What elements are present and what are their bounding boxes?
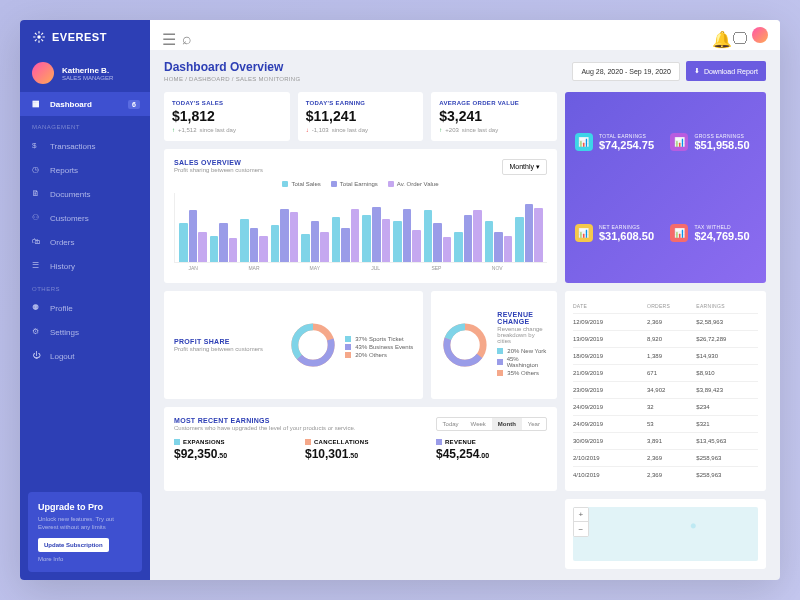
nav-badge: 6 <box>128 100 140 109</box>
table-row[interactable]: 2/10/20192,369$258,963 <box>573 449 758 466</box>
download-icon: ⬇ <box>694 67 700 75</box>
svg-line-7 <box>35 39 37 41</box>
table-row[interactable]: 12/09/20192,369$2,58,963 <box>573 313 758 330</box>
clock-icon: ◷ <box>32 165 42 175</box>
list-icon: ☰ <box>32 261 42 271</box>
revenue-change-card: REVENUE CHANGE Revenue change breakdown … <box>431 291 557 399</box>
bars-icon: 📊 <box>670 224 688 242</box>
date-range-picker[interactable]: Aug 28, 2020 - Sep 19, 2020 <box>572 62 680 81</box>
arrow-down-icon: ↓ <box>306 127 309 133</box>
user-block[interactable]: Katherine B. SALES MANAGER <box>20 54 150 92</box>
user-role: SALES MANAGER <box>62 75 113 81</box>
sales-overview-chart: SALES OVERVIEWProfit sharing between cus… <box>164 149 557 283</box>
table-row[interactable]: 30/09/20193,891$13,45,963 <box>573 432 758 449</box>
upgrade-more-link[interactable]: More Info <box>38 556 132 562</box>
sidebar: EVEREST Katherine B. SALES MANAGER ▦ Das… <box>20 20 150 580</box>
stat-aov: AVERAGE ORDER VALUE $3,241 ↑+203since la… <box>431 92 557 141</box>
power-icon: ⏻ <box>32 351 42 361</box>
world-map[interactable] <box>573 507 758 561</box>
svg-point-0 <box>37 35 41 39</box>
svg-line-5 <box>35 33 37 35</box>
arrow-up-icon: ↑ <box>439 127 442 133</box>
bars-icon: 📊 <box>575 133 593 151</box>
brand-logo: EVEREST <box>20 20 150 54</box>
download-report-button[interactable]: ⬇Download Report <box>686 61 766 81</box>
page-title: Dashboard Overview <box>164 60 572 74</box>
kpi-tax: 📊TAX WITHELD$24,769.50 <box>670 193 756 274</box>
svg-line-6 <box>41 39 43 41</box>
time-tab-week[interactable]: Week <box>465 418 492 430</box>
earning-revenue: REVENUE$45,254.00 <box>436 439 547 461</box>
svg-line-8 <box>41 33 43 35</box>
upgrade-button[interactable]: Update Subscription <box>38 538 109 552</box>
dollar-icon: $ <box>32 141 42 151</box>
people-icon: ⚇ <box>32 213 42 223</box>
chart-legend: Total Sales Total Earnings Av. Order Val… <box>174 181 547 187</box>
table-row[interactable]: 24/09/201932$234 <box>573 398 758 415</box>
zoom-in-button[interactable]: + <box>574 508 588 522</box>
map-card: + − <box>565 499 766 569</box>
recent-earnings-card: MOST RECENT EARNINGSCustomers who have u… <box>164 407 557 492</box>
earnings-table: DATEORDERSEARNINGS 12/09/20192,369$2,58,… <box>565 291 766 491</box>
topbar: ☰ ⌕ 🔔 🖵 <box>150 20 780 50</box>
table-row[interactable]: 21/09/2019671$8,910 <box>573 364 758 381</box>
nav-orders[interactable]: 🛍Orders <box>20 230 150 254</box>
kpi-panel: 📊TOTAL EARNINGS$74,254.75 📊GROSS EARNING… <box>565 92 766 283</box>
donut-chart <box>441 321 489 369</box>
document-icon: 🗎 <box>32 189 42 199</box>
user-name: Katherine B. <box>62 66 113 75</box>
nav-customers[interactable]: ⚇Customers <box>20 206 150 230</box>
donut-chart <box>289 321 337 369</box>
bar-chart-area <box>174 193 547 263</box>
time-tab-year[interactable]: Year <box>522 418 546 430</box>
time-tab-month[interactable]: Month <box>492 418 522 430</box>
upgrade-card: Upgrade to Pro Unlock new features. Try … <box>28 492 142 572</box>
kpi-net: 📊NET EARNINGS$31,608.50 <box>575 193 661 274</box>
bag-icon: 🛍 <box>32 237 42 247</box>
bell-icon[interactable]: 🔔 <box>712 30 722 40</box>
breadcrumb: HOME / DASHBOARD / SALES MONITORING <box>164 76 572 82</box>
topbar-avatar[interactable] <box>752 27 768 43</box>
arrow-up-icon: ↑ <box>172 127 175 133</box>
table-row[interactable]: 13/09/20198,920$26,72,289 <box>573 330 758 347</box>
earning-expansions: EXPANSIONS$92,350.50 <box>174 439 285 461</box>
bars-icon: 📊 <box>575 224 593 242</box>
menu-icon[interactable]: ☰ <box>162 30 172 40</box>
gear-icon: ⚙ <box>32 327 42 337</box>
nav-logout[interactable]: ⏻Logout <box>20 344 150 368</box>
map-zoom-controls: + − <box>573 507 589 537</box>
stat-sales: TODAY'S SALES $1,812 ↑+1,512since last d… <box>164 92 290 141</box>
nav-settings[interactable]: ⚙Settings <box>20 320 150 344</box>
profit-share-card: PROFIT SHARE Profit sharing between cust… <box>164 291 423 399</box>
monitor-icon[interactable]: 🖵 <box>732 30 742 40</box>
bars-icon: 📊 <box>670 133 688 151</box>
section-others: OTHERS <box>20 278 150 296</box>
user-icon: ⚉ <box>32 303 42 313</box>
nav-dashboard[interactable]: ▦ Dashboard 6 <box>20 92 150 116</box>
page-header: Dashboard Overview HOME / DASHBOARD / SA… <box>150 50 780 92</box>
zoom-out-button[interactable]: − <box>574 522 588 536</box>
kpi-gross: 📊GROSS EARNINGS$51,958.50 <box>670 102 756 183</box>
nav-reports[interactable]: ◷Reports <box>20 158 150 182</box>
time-tab-today[interactable]: Today <box>437 418 465 430</box>
upgrade-title: Upgrade to Pro <box>38 502 132 512</box>
kpi-total: 📊TOTAL EARNINGS$74,254.75 <box>575 102 661 183</box>
table-row[interactable]: 24/09/201953$321 <box>573 415 758 432</box>
nav-history[interactable]: ☰History <box>20 254 150 278</box>
stat-earning: TODAY'S EARNING $11,241 ↓-1,103since las… <box>298 92 424 141</box>
chart-period-select[interactable]: Monthly ▾ <box>502 159 546 175</box>
nav-profile[interactable]: ⚉Profile <box>20 296 150 320</box>
time-range-tabs: TodayWeekMonthYear <box>436 417 547 431</box>
earning-cancellations: CANCELLATIONS$10,301.50 <box>305 439 416 461</box>
table-row[interactable]: 23/09/201934,902$3,89,423 <box>573 381 758 398</box>
nav-documents[interactable]: 🗎Documents <box>20 182 150 206</box>
search-icon[interactable]: ⌕ <box>182 30 192 40</box>
avatar <box>32 62 54 84</box>
table-row[interactable]: 4/10/20192,369$258,963 <box>573 466 758 483</box>
section-management: MANAGEMENT <box>20 116 150 134</box>
logo-icon <box>32 30 46 44</box>
table-row[interactable]: 18/09/20191,389$14,930 <box>573 347 758 364</box>
grid-icon: ▦ <box>32 99 42 109</box>
upgrade-desc: Unlock new features. Try out Everest wit… <box>38 516 132 532</box>
nav-transactions[interactable]: $Transactions <box>20 134 150 158</box>
